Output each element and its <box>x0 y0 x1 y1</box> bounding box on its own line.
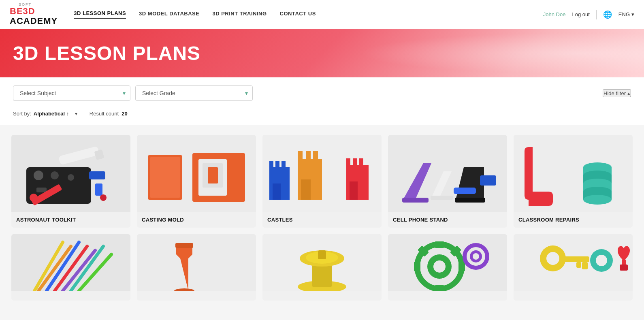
logo-line1: BE3D <box>10 6 58 16</box>
svg-rect-4 <box>36 188 47 192</box>
sort-by-label: Sort by: <box>13 111 31 117</box>
card-partial-8[interactable] <box>262 234 382 301</box>
chevron-up-icon: ▴ <box>627 90 630 96</box>
svg-rect-19 <box>298 151 303 163</box>
svg-point-72 <box>473 253 479 260</box>
svg-rect-66 <box>414 262 420 271</box>
card-title-partial-7 <box>137 291 256 301</box>
card-partial-10[interactable] <box>514 234 633 301</box>
svg-rect-20 <box>306 151 311 163</box>
nav-contact-us[interactable]: CONTACT US <box>280 11 316 18</box>
card-partial-9[interactable] <box>388 234 507 301</box>
grade-filter[interactable]: Select Grade Grade 1 Grade 2 Grade 3 Gra… <box>135 85 253 101</box>
hero-title: 3D LESSON PLANS <box>13 42 200 64</box>
logo[interactable]: SOFT BE3D ACADEMY <box>10 3 58 26</box>
filters-bar: Select Subject Math Science Art Engineer… <box>0 77 644 107</box>
svg-rect-22 <box>301 179 311 200</box>
svg-rect-67 <box>458 262 465 271</box>
card-image-classroom-repairs <box>514 135 633 212</box>
card-partial-6[interactable] <box>11 234 130 301</box>
card-astronaut-toolkit[interactable]: ASTRONAUT TOOLKIT <box>11 135 130 228</box>
globe-icon[interactable]: 🌐 <box>603 10 612 19</box>
svg-rect-27 <box>273 183 281 200</box>
hide-filter-label: Hide filter <box>603 90 626 96</box>
logo-be3d: BE3D <box>10 6 35 16</box>
svg-rect-65 <box>435 285 444 291</box>
svg-rect-35 <box>455 198 485 203</box>
card-image-partial-8 <box>262 234 382 291</box>
card-castles[interactable]: CASTLES <box>262 135 382 228</box>
chevron-down-icon: ▾ <box>631 11 634 17</box>
subject-filter[interactable]: Select Subject Math Science Art Engineer… <box>13 85 130 101</box>
subject-filter-wrapper: Select Subject Math Science Art Engineer… <box>13 85 130 101</box>
svg-point-9 <box>100 194 107 201</box>
svg-rect-75 <box>563 256 589 262</box>
card-title-castles: CASTLES <box>262 212 382 228</box>
svg-point-1 <box>34 171 43 180</box>
svg-point-46 <box>583 195 612 205</box>
card-image-partial-10 <box>514 234 633 291</box>
hide-filter-button[interactable]: Hide filter ▴ <box>603 90 631 97</box>
nav-links: 3D LESSON PLANS 3D MODEL DATABASE 3D PRI… <box>74 10 543 19</box>
svg-rect-26 <box>281 161 286 171</box>
hat-svg <box>262 234 382 291</box>
card-title-cell-phone-stand: CELL PHONE STAND <box>388 212 507 228</box>
lesson-plans-grid: ASTRONAUT TOOLKIT CASTING MOLD <box>0 125 644 310</box>
bottle-svg <box>137 234 256 291</box>
nav-divider <box>596 10 597 19</box>
result-count: Result count 20 <box>90 111 128 117</box>
nav-print-training[interactable]: 3D PRINT TRAINING <box>212 11 267 18</box>
castles-svg <box>262 135 382 212</box>
card-cell-phone-stand[interactable]: CELL PHONE STAND <box>388 135 507 228</box>
card-title-casting-mold: CASTING MOLD <box>137 212 256 228</box>
card-casting-mold[interactable]: CASTING MOLD <box>137 135 256 228</box>
svg-rect-32 <box>350 181 358 200</box>
svg-rect-13 <box>150 157 180 198</box>
card-image-astronaut-toolkit <box>11 135 130 212</box>
nav-lesson-plans[interactable]: 3D LESSON PLANS <box>74 10 126 19</box>
svg-rect-81 <box>620 265 628 271</box>
svg-rect-60 <box>318 250 326 259</box>
card-image-castles <box>262 135 382 212</box>
card-image-partial-6 <box>11 234 130 291</box>
sort-select-wrapper: Alphabetical ↑ Alphabetical ↓ Newest Old… <box>34 111 77 117</box>
card-classroom-repairs[interactable]: CLASSROOM REPAIRS <box>514 135 633 228</box>
sort-bar: Sort by: Alphabetical ↑ Alphabetical ↓ N… <box>0 107 644 125</box>
classroom-repairs-svg <box>514 135 633 212</box>
svg-rect-7 <box>89 171 105 179</box>
cell-phone-stand-svg <box>388 135 507 212</box>
svg-rect-31 <box>359 158 363 169</box>
svg-rect-8 <box>95 183 102 196</box>
card-title-classroom-repairs: CLASSROOM REPAIRS <box>514 212 633 228</box>
nav-logout-button[interactable]: Log out <box>572 11 589 17</box>
card-partial-7[interactable] <box>137 234 256 301</box>
content-area: ASTRONAUT TOOLKIT CASTING MOLD <box>0 125 644 320</box>
card-title-partial-6 <box>11 291 130 301</box>
svg-point-2 <box>51 171 59 179</box>
nav-right: John Doe Log out 🌐 ENG ▾ <box>543 10 634 19</box>
language-selector[interactable]: ENG ▾ <box>618 11 634 17</box>
card-image-casting-mold <box>137 135 256 212</box>
svg-point-3 <box>68 174 74 181</box>
card-title-partial-8 <box>262 291 382 301</box>
locks-svg <box>514 234 633 291</box>
nav-username[interactable]: John Doe <box>543 11 566 17</box>
card-image-cell-phone-stand <box>388 135 507 212</box>
card-title-partial-9 <box>388 291 507 301</box>
card-image-partial-7 <box>137 234 256 291</box>
svg-rect-17 <box>208 167 218 183</box>
astronaut-toolkit-svg <box>11 135 130 212</box>
sort-select[interactable]: Alphabetical ↑ Alphabetical ↓ Newest Old… <box>34 111 77 117</box>
svg-point-79 <box>596 255 607 266</box>
nav-model-database[interactable]: 3D MODEL DATABASE <box>139 11 199 18</box>
navbar: SOFT BE3D ACADEMY 3D LESSON PLANS 3D MOD… <box>0 0 644 29</box>
svg-rect-30 <box>353 158 357 169</box>
gears-svg <box>388 234 507 291</box>
svg-rect-37 <box>480 175 496 186</box>
logo-line2: ACADEMY <box>10 16 58 26</box>
card-image-partial-9 <box>388 234 507 291</box>
svg-rect-64 <box>435 241 444 248</box>
svg-rect-36 <box>454 188 476 194</box>
svg-rect-24 <box>269 161 273 171</box>
straws-svg <box>11 234 130 291</box>
